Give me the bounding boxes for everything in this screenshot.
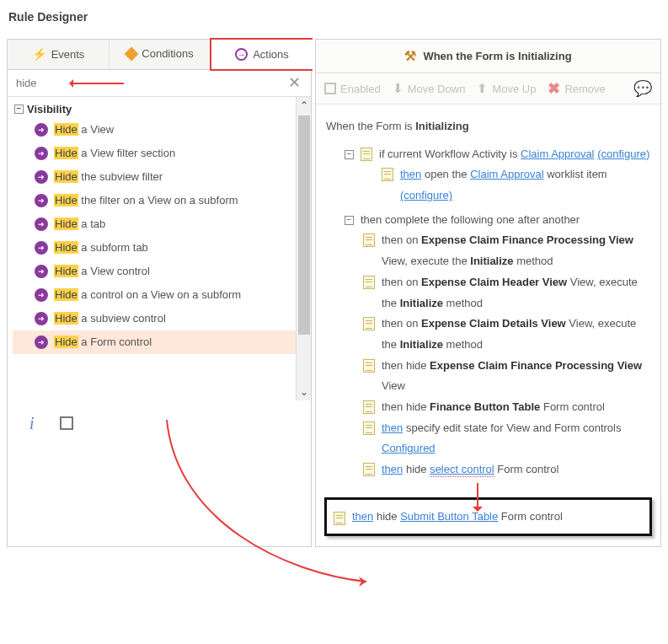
step-select-control[interactable]: then hide select control Form control (363, 459, 650, 480)
result-step[interactable]: then hide Submit Button Table Form contr… (334, 508, 643, 525)
right-panel: ⚒ When the Form is Initializing Enabled … (315, 39, 661, 547)
rule-step[interactable]: then on Expense Claim Finance Processing… (363, 230, 650, 271)
tab-conditions[interactable]: Conditions (110, 40, 211, 69)
link-claim-approval[interactable]: Claim Approval (521, 148, 594, 160)
scroll-up-icon[interactable]: ⌃ (297, 97, 311, 114)
link-select-control[interactable]: select control (430, 463, 494, 477)
rule-body: When the Form is Initializing − if curre… (316, 105, 660, 491)
arrow-circle-icon (35, 265, 48, 278)
action-item[interactable]: Hide a View (13, 118, 296, 142)
link-configure[interactable]: (configure) (400, 189, 452, 201)
diamond-icon (125, 46, 139, 61)
link-then[interactable]: then (400, 168, 421, 180)
action-item[interactable]: Hide a subview control (13, 307, 296, 330)
text: open the (421, 168, 470, 180)
action-label: Hide a control on a View on a subform (54, 288, 241, 301)
page-title: Rule Designer (0, 0, 668, 39)
collapse-icon[interactable]: − (345, 216, 354, 225)
text: Initializing (415, 120, 469, 132)
info-icon[interactable]: i (29, 414, 35, 433)
comment-icon[interactable]: 💬 (633, 79, 652, 98)
step-text: then hide Expense Claim Finance Processi… (382, 356, 650, 397)
sheet-icon (363, 421, 375, 435)
rule-step[interactable]: then on Expense Claim Header View View, … (363, 272, 650, 314)
arrow-circle-icon (35, 288, 48, 302)
arrow-circle-icon: → (235, 48, 248, 61)
text: Form control (494, 463, 559, 475)
link-configure[interactable]: (configure) (597, 148, 649, 160)
link-then[interactable]: then (382, 463, 403, 475)
search-row: ✕ (8, 70, 311, 97)
action-label: Hide a tab (54, 217, 105, 230)
toolbar: Enabled ⬇Move Down ⬆Move Up ✖Remove 💬 (316, 73, 660, 105)
result-box: then hide Submit Button Table Form contr… (324, 497, 652, 536)
action-label: Hide the filter on a View on a subform (54, 194, 238, 207)
action-label: Hide a View filter section (54, 147, 175, 159)
text: Form control (498, 510, 563, 523)
text: then complete the following one after an… (361, 210, 650, 231)
scroll-down-icon[interactable]: ⌄ (297, 384, 311, 400)
tab-label: Conditions (142, 47, 193, 60)
then-header: − then complete the following one after … (345, 210, 650, 231)
up-icon: ⬆ (477, 81, 488, 96)
scroll-thumb[interactable] (298, 115, 310, 335)
action-label: Hide a View control (54, 265, 150, 277)
tab-label: Events (51, 48, 85, 61)
action-item[interactable]: Hide a Form control (13, 330, 296, 354)
action-item[interactable]: Hide a tab (13, 212, 296, 236)
text: hide (373, 510, 400, 523)
sheet-icon (361, 148, 372, 161)
sheet-icon (382, 168, 393, 181)
group-visibility[interactable]: − Visibility (13, 100, 296, 118)
action-item[interactable]: Hide a View filter section (13, 142, 296, 165)
step-text: then on Expense Claim Details View View,… (382, 314, 650, 355)
text: specify edit state for View and Form con… (403, 421, 621, 434)
action-item[interactable]: Hide the subview filter (13, 165, 296, 189)
tool-label: Remove (564, 83, 605, 95)
condition-then: then open the Claim Approval worklist it… (382, 164, 650, 206)
move-up-button[interactable]: ⬆Move Up (477, 81, 536, 96)
action-label: Hide the subview filter (54, 170, 163, 183)
move-down-button[interactable]: ⬇Move Down (393, 81, 466, 96)
collapse-icon[interactable]: − (345, 150, 354, 159)
bolt-icon: ⚡ (32, 47, 46, 61)
scrollbar[interactable]: ⌃ ⌄ (296, 97, 311, 400)
down-icon: ⬇ (393, 81, 403, 96)
actions-tree: − Visibility Hide a ViewHide a View filt… (8, 97, 296, 400)
rule-step[interactable]: then on Expense Claim Details View View,… (363, 314, 650, 355)
collapse-icon[interactable]: − (14, 105, 24, 114)
action-label: Hide a View (54, 123, 114, 136)
clear-search-icon[interactable]: ✕ (285, 73, 304, 92)
action-item[interactable]: Hide a subform tab (13, 236, 296, 260)
link-claim-approval[interactable]: Claim Approval (470, 168, 543, 180)
arrow-circle-icon (35, 170, 48, 184)
link-submit-button-table[interactable]: Submit Button Table (400, 510, 498, 523)
square-icon[interactable] (60, 416, 73, 430)
tab-actions[interactable]: →Actions (210, 38, 313, 71)
action-item[interactable]: Hide a control on a View on a subform (13, 283, 296, 307)
left-panel: ⚡Events Conditions →Actions ✕ − Visibili… (7, 39, 312, 547)
action-label: Hide a subform tab (54, 241, 148, 254)
arrow-circle-icon (35, 147, 48, 160)
rule-header: ⚒ When the Form is Initializing (316, 40, 660, 73)
footer-icons: i (8, 400, 311, 447)
link-then[interactable]: then (382, 421, 403, 434)
remove-button[interactable]: ✖Remove (548, 79, 605, 98)
action-item[interactable]: Hide the filter on a View on a subform (13, 189, 296, 212)
arrow-circle-icon (35, 194, 48, 207)
link-then[interactable]: then (352, 510, 373, 523)
arrow-circle-icon (35, 123, 48, 137)
tool-label: Enabled (340, 83, 381, 95)
tab-events[interactable]: ⚡Events (8, 40, 110, 69)
rule-title: When the Form is Initializing (326, 116, 650, 137)
arrow-circle-icon (35, 335, 48, 349)
rule-step[interactable]: then hide Finance Button Table Form cont… (363, 397, 650, 418)
step-configured[interactable]: then specify edit state for View and For… (363, 418, 650, 459)
rule-step[interactable]: then hide Expense Claim Finance Processi… (363, 356, 650, 397)
link-configured[interactable]: Configured (382, 442, 436, 454)
tab-label: Actions (253, 48, 289, 61)
action-item[interactable]: Hide a View control (13, 260, 296, 283)
enabled-toggle[interactable]: Enabled (324, 83, 381, 95)
group-label: Visibility (27, 103, 72, 115)
search-input[interactable] (14, 73, 285, 93)
